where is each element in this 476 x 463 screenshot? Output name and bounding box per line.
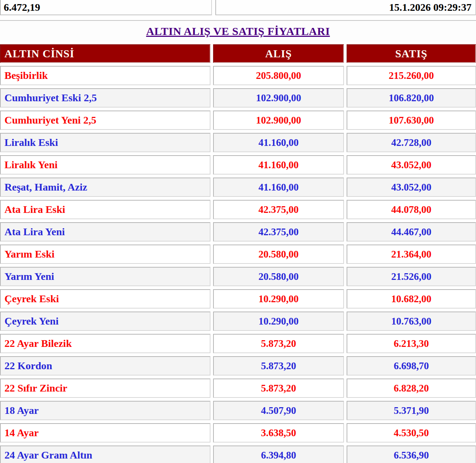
table-row: Beşibirlik205.800,00215.260,00	[0, 66, 476, 85]
sell-price-cell: 44.078,00	[347, 200, 476, 219]
buy-price-cell: 5.873,20	[213, 334, 344, 353]
table-row: Liralık Yeni41.160,0043.052,00	[0, 155, 476, 175]
buy-price-cell: 102.900,00	[213, 111, 344, 130]
gold-type-cell: Liralık Yeni	[0, 155, 210, 175]
buy-price-cell: 10.290,00	[213, 289, 344, 309]
table-row: 18 Ayar4.507,905.371,90	[0, 401, 476, 420]
sell-price-cell: 43.052,00	[347, 178, 476, 197]
buy-price-cell: 4.507,90	[213, 401, 344, 420]
buy-price-cell: 205.800,00	[213, 66, 344, 85]
table-row: Cumhuriyet Eski 2,5102.900,00106.820,00	[0, 88, 476, 108]
buy-price-cell: 42.375,00	[213, 200, 344, 219]
gold-type-cell: Yarım Eski	[0, 245, 210, 264]
column-header-sell: SATIŞ	[347, 44, 476, 63]
table-row: Ata Lira Eski42.375,0044.078,00	[0, 200, 476, 219]
gold-type-cell: 22 Kordon	[0, 356, 210, 376]
title-band: ALTIN ALIŞ VE SATIŞ FİYATLARI	[0, 20, 476, 41]
gold-type-cell: Liralık Eski	[0, 133, 210, 152]
gold-type-cell: Reşat, Hamit, Aziz	[0, 178, 210, 197]
sell-price-cell: 106.820,00	[347, 88, 476, 108]
table-row: 24 Ayar Gram Altın6.394,806.536,90	[0, 446, 476, 463]
table-row: Yarım Yeni20.580,0021.526,00	[0, 267, 476, 286]
table-row: Reşat, Hamit, Aziz41.160,0043.052,00	[0, 178, 476, 197]
sell-price-cell: 6.536,90	[347, 446, 476, 463]
table-row: Cumhuriyet Yeni 2,5102.900,00107.630,00	[0, 111, 476, 130]
sell-price-cell: 43.052,00	[347, 155, 476, 175]
column-header-gold-type: ALTIN CİNSİ	[0, 44, 210, 63]
table-row: Çeyrek Eski10.290,0010.682,00	[0, 289, 476, 309]
sell-price-cell: 10.682,00	[347, 289, 476, 309]
gold-type-cell: Cumhuriyet Eski 2,5	[0, 88, 210, 108]
table-row: 14 Ayar3.638,504.530,50	[0, 423, 476, 443]
gold-type-cell: Çeyrek Yeni	[0, 312, 210, 331]
buy-price-cell: 5.873,20	[213, 379, 344, 398]
buy-price-cell: 102.900,00	[213, 88, 344, 108]
column-header-buy: ALIŞ	[213, 44, 344, 63]
top-bar: 6.472,19 15.1.2026 09:29:37	[0, 0, 476, 15]
buy-price-cell: 20.580,00	[213, 245, 344, 264]
sell-price-cell: 4.530,50	[347, 423, 476, 443]
gold-prices-table: ALTIN CİNSİ ALIŞ SATIŞ Beşibirlik205.800…	[0, 41, 476, 463]
table-row: 22 Kordon5.873,206.698,70	[0, 356, 476, 376]
table-row: Yarım Eski20.580,0021.364,00	[0, 245, 476, 264]
buy-price-cell: 3.638,50	[213, 423, 344, 443]
sell-price-cell: 107.630,00	[347, 111, 476, 130]
buy-price-cell: 41.160,00	[213, 133, 344, 152]
gold-type-cell: 22 Sıfır Zincir	[0, 379, 210, 398]
table-row: Ata Lira Yeni42.375,0044.467,00	[0, 222, 476, 242]
sell-price-cell: 5.371,90	[347, 401, 476, 420]
gold-type-cell: Beşibirlik	[0, 66, 210, 85]
sell-price-cell: 6.828,20	[347, 379, 476, 398]
gold-type-cell: 14 Ayar	[0, 423, 210, 443]
gold-type-cell: Ata Lira Yeni	[0, 222, 210, 242]
sell-price-cell: 6.213,30	[347, 334, 476, 353]
gold-type-cell: 22 Ayar Bilezik	[0, 334, 210, 353]
gold-type-cell: Cumhuriyet Yeni 2,5	[0, 111, 210, 130]
gold-type-cell: Yarım Yeni	[0, 267, 210, 286]
buy-price-cell: 20.580,00	[213, 267, 344, 286]
sell-price-cell: 42.728,00	[347, 133, 476, 152]
buy-price-cell: 10.290,00	[213, 312, 344, 331]
sell-price-cell: 44.467,00	[347, 222, 476, 242]
table-row: 22 Sıfır Zincir5.873,206.828,20	[0, 379, 476, 398]
buy-price-cell: 42.375,00	[213, 222, 344, 242]
gold-type-cell: 24 Ayar Gram Altın	[0, 446, 210, 463]
gold-type-cell: Çeyrek Eski	[0, 289, 210, 309]
gold-type-cell: Ata Lira Eski	[0, 200, 210, 219]
sell-price-cell: 21.364,00	[347, 245, 476, 264]
buy-price-cell: 6.394,80	[213, 446, 344, 463]
buy-price-cell: 5.873,20	[213, 356, 344, 376]
table-header-row: ALTIN CİNSİ ALIŞ SATIŞ	[0, 44, 476, 63]
sell-price-cell: 215.260,00	[347, 66, 476, 85]
table-row: 22 Ayar Bilezik5.873,206.213,30	[0, 334, 476, 353]
table-row: Liralık Eski41.160,0042.728,00	[0, 133, 476, 152]
sell-price-cell: 10.763,00	[347, 312, 476, 331]
page-title-link[interactable]: ALTIN ALIŞ VE SATIŞ FİYATLARI	[146, 25, 330, 37]
table-row: Çeyrek Yeni10.290,0010.763,00	[0, 312, 476, 331]
buy-price-cell: 41.160,00	[213, 155, 344, 175]
buy-price-cell: 41.160,00	[213, 178, 344, 197]
gold-type-cell: 18 Ayar	[0, 401, 210, 420]
sell-price-cell: 6.698,70	[347, 356, 476, 376]
sell-price-cell: 21.526,00	[347, 267, 476, 286]
datetime-display: 15.1.2026 09:29:37	[215, 0, 476, 15]
gold-ounce-value: 6.472,19	[0, 0, 212, 15]
